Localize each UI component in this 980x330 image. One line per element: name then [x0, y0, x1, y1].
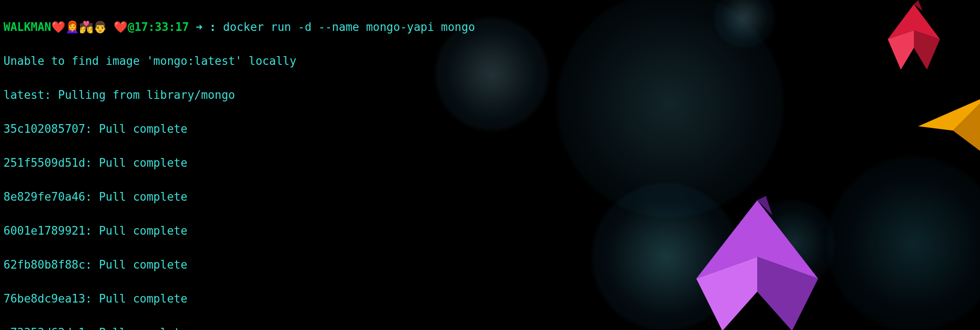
prompt-arrow: ➜ :: [196, 20, 216, 34]
output-layer: 76be8dc9ea13: Pull complete: [3, 290, 977, 307]
terminal-output[interactable]: WALKMAN❤️👩‍🦰💏👨 ❤️@17:33:17 ➜ : docker ru…: [0, 0, 980, 330]
output-layer: 251f5509d51d: Pull complete: [3, 155, 977, 172]
prompt-host: WALKMAN: [3, 20, 51, 34]
output-layer: 35c102085707: Pull complete: [3, 121, 977, 138]
output-layer: c73353d62de1: Pull complete: [3, 324, 977, 330]
output-layer: 8e829fe70a46: Pull complete: [3, 189, 977, 205]
output-layer: 6001e1789921: Pull complete: [3, 222, 977, 239]
prompt-time: @17:33:17: [128, 20, 189, 34]
prompt-emoji: ❤️👩‍🦰💏👨 ❤️: [51, 20, 128, 34]
output-layer: 62fb80b8f88c: Pull complete: [3, 256, 977, 273]
prompt-line: WALKMAN❤️👩‍🦰💏👨 ❤️@17:33:17 ➜ : docker ru…: [3, 19, 977, 36]
command-text: docker run -d --name mongo-yapi mongo: [223, 20, 475, 34]
output-line: Unable to find image 'mongo:latest' loca…: [3, 53, 977, 70]
output-line: latest: Pulling from library/mongo: [3, 87, 977, 104]
